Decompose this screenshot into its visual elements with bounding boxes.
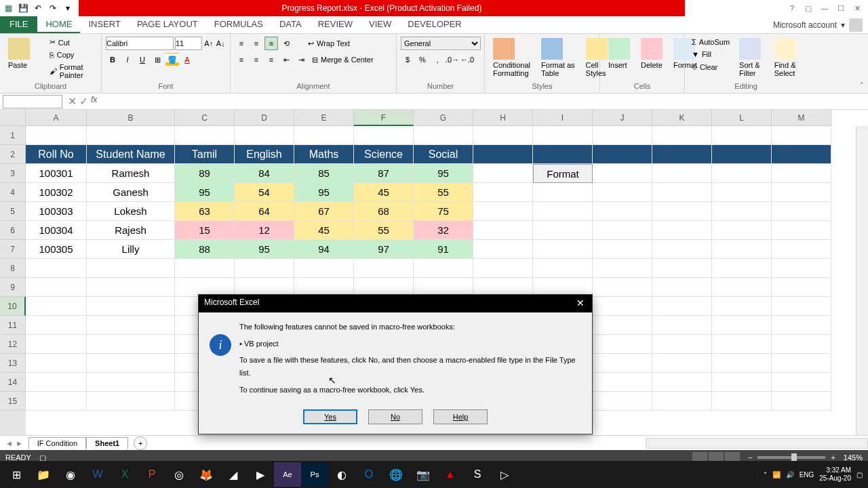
cell[interactable]: 45 bbox=[294, 221, 354, 240]
align-bottom-icon[interactable]: ≡ bbox=[264, 37, 278, 50]
cell[interactable] bbox=[712, 316, 772, 335]
qat-customize-icon[interactable]: ▾ bbox=[62, 3, 73, 14]
cell[interactable]: Student Name bbox=[87, 145, 175, 164]
format-as-table-button[interactable]: Format as Table bbox=[537, 37, 579, 81]
font-size-select[interactable] bbox=[175, 37, 202, 50]
cell[interactable] bbox=[235, 259, 294, 278]
cancel-formula-icon[interactable]: ✕ bbox=[68, 95, 77, 108]
redo-icon[interactable]: ↷ bbox=[47, 3, 58, 14]
photoshop-icon[interactable]: Ps bbox=[301, 462, 328, 487]
obs-icon[interactable]: ◎ bbox=[165, 462, 193, 487]
cell[interactable] bbox=[473, 259, 533, 278]
wrap-text-button[interactable]: ↩Wrap Text bbox=[305, 38, 353, 49]
cell[interactable] bbox=[712, 297, 772, 316]
minimize-icon[interactable]: — bbox=[819, 3, 830, 14]
cell[interactable] bbox=[593, 164, 652, 183]
cell[interactable] bbox=[414, 259, 473, 278]
font-color-button[interactable]: A bbox=[180, 53, 194, 66]
cell[interactable] bbox=[593, 392, 652, 411]
cell[interactable] bbox=[772, 221, 831, 240]
align-middle-icon[interactable]: ≡ bbox=[250, 37, 263, 50]
align-right-icon[interactable]: ≡ bbox=[264, 53, 278, 66]
cell[interactable] bbox=[473, 126, 533, 145]
orientation-icon[interactable]: ⟲ bbox=[279, 37, 293, 50]
cell[interactable]: 97 bbox=[354, 240, 414, 259]
app-icon-2[interactable]: ▶ bbox=[247, 462, 274, 487]
italic-button[interactable]: I bbox=[121, 53, 134, 66]
cell[interactable] bbox=[772, 126, 831, 145]
cell[interactable] bbox=[712, 126, 772, 145]
cell[interactable] bbox=[414, 126, 473, 145]
cell[interactable] bbox=[26, 126, 87, 145]
file-tab[interactable]: FILE bbox=[0, 16, 37, 33]
font-name-select[interactable] bbox=[106, 37, 174, 50]
cell[interactable] bbox=[652, 145, 712, 164]
cell[interactable] bbox=[652, 297, 712, 316]
row-header-5[interactable]: 5 bbox=[0, 202, 26, 221]
cell[interactable]: 55 bbox=[354, 221, 414, 240]
cell[interactable]: 63 bbox=[175, 202, 235, 221]
cell[interactable]: 75 bbox=[414, 202, 473, 221]
help-icon[interactable]: ? bbox=[787, 3, 797, 14]
shrink-font-icon[interactable]: A↓ bbox=[216, 37, 226, 50]
cell[interactable] bbox=[354, 126, 414, 145]
cell[interactable]: 45 bbox=[354, 183, 414, 202]
merge-center-button[interactable]: ⊟Merge & Center bbox=[309, 54, 376, 66]
currency-icon[interactable]: $ bbox=[401, 53, 414, 66]
cell[interactable]: 100304 bbox=[26, 221, 87, 240]
cell[interactable] bbox=[712, 373, 772, 392]
align-center-icon[interactable]: ≡ bbox=[250, 53, 263, 66]
cell[interactable]: 95 bbox=[414, 164, 473, 183]
fill-color-button[interactable]: 🪣 bbox=[165, 53, 179, 66]
sheet-nav-next-icon[interactable]: ► bbox=[16, 439, 23, 447]
undo-icon[interactable]: ↶ bbox=[33, 3, 43, 14]
cell[interactable]: Ramesh bbox=[87, 164, 175, 183]
app-icon-4[interactable]: ▲ bbox=[437, 462, 464, 487]
cell[interactable] bbox=[772, 392, 831, 411]
app-icon-1[interactable]: ◢ bbox=[220, 462, 247, 487]
align-left-icon[interactable]: ≡ bbox=[235, 53, 248, 66]
cell[interactable] bbox=[593, 335, 652, 354]
sheet-tab-sheet1[interactable]: Sheet1 bbox=[86, 437, 128, 449]
tab-data[interactable]: DATA bbox=[271, 16, 310, 33]
cell[interactable] bbox=[593, 316, 652, 335]
cell[interactable] bbox=[473, 202, 533, 221]
row-header-14[interactable]: 14 bbox=[0, 373, 26, 392]
align-top-icon[interactable]: ≡ bbox=[235, 37, 248, 50]
cell[interactable]: 68 bbox=[354, 202, 414, 221]
cell[interactable] bbox=[26, 373, 87, 392]
app-icon-5[interactable]: S bbox=[464, 462, 491, 487]
cell[interactable] bbox=[652, 316, 712, 335]
tray-chevron-icon[interactable]: ˄ bbox=[764, 471, 767, 479]
row-header-7[interactable]: 7 bbox=[0, 240, 26, 259]
cell[interactable] bbox=[712, 183, 772, 202]
cell[interactable] bbox=[772, 145, 831, 164]
dialog-close-button[interactable]: ✕ bbox=[574, 298, 587, 310]
cell[interactable] bbox=[26, 392, 87, 411]
row-header-3[interactable]: 3 bbox=[0, 164, 26, 183]
cell[interactable]: 95 bbox=[235, 240, 294, 259]
cell[interactable] bbox=[772, 164, 831, 183]
horizontal-scrollbar[interactable] bbox=[646, 438, 868, 449]
percent-icon[interactable]: % bbox=[416, 53, 429, 66]
cell[interactable]: 100303 bbox=[26, 202, 87, 221]
inc-decimal-icon[interactable]: .0→ bbox=[446, 53, 459, 66]
cell[interactable] bbox=[26, 335, 87, 354]
cell[interactable] bbox=[87, 126, 175, 145]
cell[interactable] bbox=[712, 202, 772, 221]
comma-icon[interactable]: , bbox=[431, 53, 444, 66]
word-icon[interactable]: W bbox=[84, 462, 111, 487]
cell[interactable]: Lilly bbox=[87, 240, 175, 259]
chrome-icon[interactable]: ◉ bbox=[57, 462, 84, 487]
cell[interactable]: Social bbox=[414, 145, 473, 164]
cell[interactable] bbox=[593, 354, 652, 373]
cell[interactable] bbox=[26, 259, 87, 278]
cell[interactable]: 84 bbox=[235, 164, 294, 183]
cell[interactable]: 95 bbox=[175, 183, 235, 202]
cell[interactable]: English bbox=[235, 145, 294, 164]
cell[interactable]: 15 bbox=[175, 221, 235, 240]
row-header-9[interactable]: 9 bbox=[0, 278, 26, 297]
tray-clock[interactable]: 3:32 AM 25-Aug-20 bbox=[819, 466, 851, 483]
cell[interactable] bbox=[772, 278, 831, 297]
cell[interactable] bbox=[294, 259, 354, 278]
